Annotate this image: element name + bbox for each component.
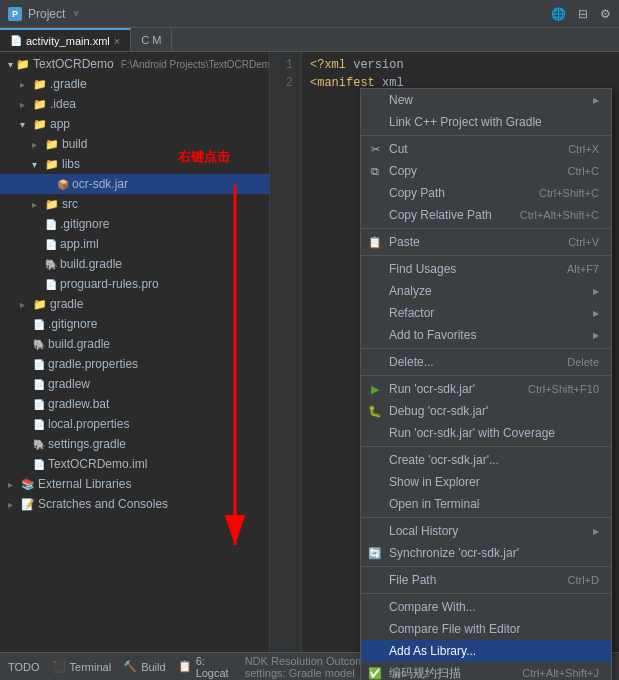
menu-item-open-terminal[interactable]: Open in Terminal xyxy=(361,493,611,515)
tree-label: gradle xyxy=(50,297,83,311)
menu-item-copy-path[interactable]: Copy Path Ctrl+Shift+C xyxy=(361,182,611,204)
tree-item-build-gradle-root[interactable]: ▸ 🐘 build.gradle xyxy=(0,334,269,354)
tab-terminal[interactable]: ⬛ Terminal xyxy=(52,660,112,673)
tab-logcat[interactable]: 📋 6: Logcat xyxy=(178,655,229,679)
tab-activity-main[interactable]: 📄 activity_main.xml × xyxy=(0,28,131,51)
tree-item-local-properties[interactable]: ▸ 📄 local.properties xyxy=(0,414,269,434)
copy-icon: ⧉ xyxy=(367,165,383,178)
menu-item-run-coverage[interactable]: Run 'ocr-sdk.jar' with Coverage xyxy=(361,422,611,444)
tab-label: activity_main.xml xyxy=(26,35,110,47)
menu-item-analyze[interactable]: Analyze xyxy=(361,280,611,302)
tree-item-app-iml[interactable]: ▸ 📄 app.iml xyxy=(0,234,269,254)
tree-item-gradlew[interactable]: ▸ 📄 gradlew xyxy=(0,374,269,394)
tree-item-idea[interactable]: ▸ 📁 .idea xyxy=(0,94,269,114)
menu-separator-7 xyxy=(361,517,611,518)
tree-item-gradle-properties[interactable]: ▸ 📄 gradle.properties xyxy=(0,354,269,374)
gear-icon[interactable]: ⚙ xyxy=(600,7,611,21)
menu-item-create[interactable]: Create 'ocr-sdk.jar'... xyxy=(361,449,611,471)
tree-label: TextOCRDemo.iml xyxy=(48,457,147,471)
menu-separator-5 xyxy=(361,375,611,376)
menu-item-code-check[interactable]: ✅ 编码规约扫描 Ctrl+Alt+Shift+J xyxy=(361,662,611,680)
tree-item-build-gradle-app[interactable]: ▸ 🐘 build.gradle xyxy=(0,254,269,274)
menu-item-run[interactable]: ▶ Run 'ocr-sdk.jar' Ctrl+Shift+F10 xyxy=(361,378,611,400)
tree-item-src[interactable]: ▸ 📁 src xyxy=(0,194,269,214)
tree-item-external-libraries[interactable]: ▸ 📚 External Libraries xyxy=(0,474,269,494)
menu-label-compare-with: Compare With... xyxy=(389,600,599,614)
menu-item-show-explorer[interactable]: Show in Explorer xyxy=(361,471,611,493)
menu-item-link-cpp[interactable]: Link C++ Project with Gradle xyxy=(361,111,611,133)
tree-label: .gitignore xyxy=(60,217,109,231)
folder-icon: 📁 xyxy=(45,138,59,151)
tree-item-gitignore-root[interactable]: ▸ 📄 .gitignore xyxy=(0,314,269,334)
tree-item-ocr-sdk-jar[interactable]: ▸ 📦 ocr-sdk.jar xyxy=(0,174,269,194)
menu-item-add-favorites[interactable]: Add to Favorites xyxy=(361,324,611,346)
menu-label-add-library: Add As Library... xyxy=(389,644,599,658)
folder-icon: 📁 xyxy=(33,298,47,311)
split-icon[interactable]: ⊟ xyxy=(578,7,588,21)
top-bar: P Project ▼ 🌐 ⊟ ⚙ xyxy=(0,0,619,28)
tree-arrow: ▸ xyxy=(20,79,30,90)
gradle-icon: 🐘 xyxy=(33,339,45,350)
shortcut-find-usages: Alt+F7 xyxy=(567,263,599,275)
tree-item-build[interactable]: ▸ 📁 build xyxy=(0,134,269,154)
menu-label-local-history: Local History xyxy=(389,524,585,538)
folder-icon: 📁 xyxy=(33,118,47,131)
tab-c[interactable]: C M xyxy=(131,28,172,51)
build-icon: 🔨 xyxy=(123,660,137,673)
code-line-1: <?xml version xyxy=(310,56,404,74)
tree-item-textocrdemo-iml[interactable]: ▸ 📄 TextOCRDemo.iml xyxy=(0,454,269,474)
menu-item-refactor[interactable]: Refactor xyxy=(361,302,611,324)
tree-arrow: ▸ xyxy=(8,479,18,490)
menu-item-file-path[interactable]: File Path Ctrl+D xyxy=(361,569,611,591)
tab-close-button[interactable]: × xyxy=(114,35,120,47)
menu-item-paste[interactable]: 📋 Paste Ctrl+V xyxy=(361,231,611,253)
menu-item-synchronize[interactable]: 🔄 Synchronize 'ocr-sdk.jar' xyxy=(361,542,611,564)
tab-todo[interactable]: TODO xyxy=(8,661,40,673)
menu-item-new[interactable]: New xyxy=(361,89,611,111)
prop-icon: 📄 xyxy=(33,419,45,430)
code-check-icon: ✅ xyxy=(367,667,383,680)
menu-separator-8 xyxy=(361,566,611,567)
tab-build[interactable]: 🔨 Build xyxy=(123,660,165,673)
dropdown-arrow[interactable]: ▼ xyxy=(71,8,81,19)
tree-item-gitignore-app[interactable]: ▸ 📄 .gitignore xyxy=(0,214,269,234)
tree-label: libs xyxy=(62,157,80,171)
jar-file-icon: 📦 xyxy=(57,179,69,190)
gradle-icon: 🐘 xyxy=(45,259,57,270)
top-bar-right: 🌐 ⊟ ⚙ xyxy=(551,7,611,21)
gradle-icon: 🐘 xyxy=(33,439,45,450)
tree-item-gradle-hidden[interactable]: ▸ 📁 .gradle xyxy=(0,74,269,94)
menu-item-cut[interactable]: ✂ Cut Ctrl+X xyxy=(361,138,611,160)
xml-file-icon: 📄 xyxy=(10,35,22,46)
menu-label-open-terminal: Open in Terminal xyxy=(389,497,599,511)
menu-item-copy[interactable]: ⧉ Copy Ctrl+C xyxy=(361,160,611,182)
tree-item-scratches[interactable]: ▸ 📝 Scratches and Consoles xyxy=(0,494,269,514)
tree-item-app[interactable]: ▾ 📁 app xyxy=(0,114,269,134)
menu-label-link-cpp: Link C++ Project with Gradle xyxy=(389,115,599,129)
folder-icon: 📁 xyxy=(45,158,59,171)
menu-item-find-usages[interactable]: Find Usages Alt+F7 xyxy=(361,258,611,280)
menu-item-debug[interactable]: 🐛 Debug 'ocr-sdk.jar' xyxy=(361,400,611,422)
tree-item-textocrdemo[interactable]: ▾ 📁 TextOCRDemo F:\Android Projects\Text… xyxy=(0,54,269,74)
menu-item-compare-editor[interactable]: Compare File with Editor xyxy=(361,618,611,640)
menu-item-copy-relative[interactable]: Copy Relative Path Ctrl+Alt+Shift+C xyxy=(361,204,611,226)
menu-label-synchronize: Synchronize 'ocr-sdk.jar' xyxy=(389,546,599,560)
tree-label: proguard-rules.pro xyxy=(60,277,159,291)
tab-build-label: Build xyxy=(141,661,165,673)
tree-label: Scratches and Consoles xyxy=(38,497,168,511)
globe-icon[interactable]: 🌐 xyxy=(551,7,566,21)
menu-label-cut: Cut xyxy=(389,142,560,156)
menu-item-add-library[interactable]: Add As Library... xyxy=(361,640,611,662)
shortcut-copy-path: Ctrl+Shift+C xyxy=(539,187,599,199)
tree-item-gradlew-bat[interactable]: ▸ 📄 gradlew.bat xyxy=(0,394,269,414)
menu-item-compare-with[interactable]: Compare With... xyxy=(361,596,611,618)
tree-item-settings-gradle[interactable]: ▸ 🐘 settings.gradle xyxy=(0,434,269,454)
menu-item-delete[interactable]: Delete... Delete xyxy=(361,351,611,373)
tree-item-libs[interactable]: ▾ 📁 libs xyxy=(0,154,269,174)
gitignore-icon: 📄 xyxy=(33,319,45,330)
tree-label: src xyxy=(62,197,78,211)
shortcut-copy: Ctrl+C xyxy=(568,165,599,177)
menu-item-local-history[interactable]: Local History xyxy=(361,520,611,542)
tree-item-proguard[interactable]: ▸ 📄 proguard-rules.pro xyxy=(0,274,269,294)
tree-item-gradle-root[interactable]: ▸ 📁 gradle xyxy=(0,294,269,314)
